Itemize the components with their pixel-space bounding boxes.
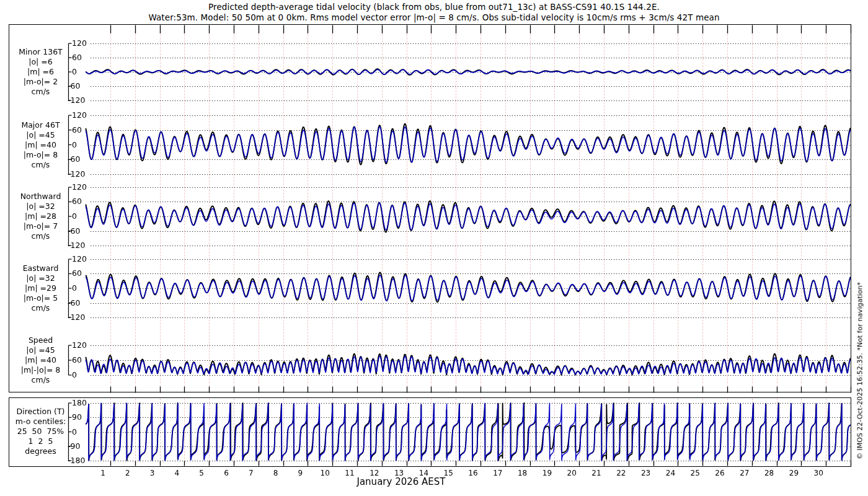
y-tick-label: 120 xyxy=(72,340,87,350)
x-tick-label-day: 17 xyxy=(490,469,506,477)
panel-label-line: |o| =32 xyxy=(0,273,81,283)
plot-title: Predicted depth-average tidal velocity (… xyxy=(0,2,868,12)
direction-panel-frame xyxy=(9,397,851,467)
y-tick-label: 0 xyxy=(72,211,77,221)
x-tick-label-day: 30 xyxy=(810,469,826,477)
y-tick-label: -90 xyxy=(68,441,80,451)
y-tick-label: 120 xyxy=(72,38,87,48)
panel-label-line: |o| =32 xyxy=(0,202,81,211)
x-tick-label-day: 5 xyxy=(193,469,210,477)
panel-label-speed: Speed|o| =45|m| =40|m|-|o|= 8cm/s xyxy=(0,335,81,385)
x-tick-label-day: 23 xyxy=(638,469,654,477)
y-tick-label: 0 xyxy=(72,370,77,380)
y-tick-label: 60 xyxy=(72,268,82,278)
x-tick-label-day: 9 xyxy=(292,469,308,477)
panel-label-line: 25 50 75% xyxy=(0,427,81,436)
panel-label-line: |m| =29 xyxy=(0,283,81,293)
x-tick-label-day: 22 xyxy=(613,469,629,477)
x-tick-label-day: 29 xyxy=(786,469,802,477)
panel-label-line: |o| =6 xyxy=(0,57,81,67)
y-tick-label: -120 xyxy=(68,241,85,250)
y-tick-label: 60 xyxy=(72,53,82,63)
panel-label-line: |o| =45 xyxy=(0,130,81,140)
y-tick-label: -60 xyxy=(68,154,80,164)
x-tick-label-day: 16 xyxy=(465,469,481,477)
x-tick-label-day: 6 xyxy=(218,469,234,477)
panel-label-line: |m|-|o|= 8 xyxy=(0,365,81,375)
y-tick-label: 120 xyxy=(72,254,87,264)
y-tick-label: 60 xyxy=(72,197,82,206)
y-tick-label: 180 xyxy=(72,398,87,408)
y-tick-label: 0 xyxy=(72,427,77,437)
x-tick-label-day: 11 xyxy=(342,469,358,477)
y-tick-label: 0 xyxy=(72,140,77,150)
y-tick-label: -60 xyxy=(68,226,80,236)
x-tick-label-day: 21 xyxy=(588,469,604,477)
y-tick-label: -180 xyxy=(68,456,85,466)
y-tick-label: -120 xyxy=(68,95,85,105)
panel-label-line: |m| =40 xyxy=(0,140,81,150)
x-tick-label-day: 7 xyxy=(243,469,259,477)
x-axis-title: January 2026 AEST xyxy=(357,476,446,487)
panel-label-line: m-o centiles: xyxy=(0,417,81,427)
y-tick-label: 60 xyxy=(72,355,82,365)
y-tick-label: 90 xyxy=(72,412,82,422)
x-tick-label-day: 8 xyxy=(268,469,284,477)
x-tick-label-day: 20 xyxy=(564,469,580,477)
x-tick-label-day: 19 xyxy=(539,469,555,477)
x-tick-label-day: 3 xyxy=(144,469,161,477)
y-tick-label: 60 xyxy=(72,125,82,135)
x-tick-label-day: 4 xyxy=(169,469,185,477)
panel-label-line: Minor 136T xyxy=(0,47,81,57)
panel-label-line: Speed xyxy=(0,335,81,345)
panel-label-line: |m| =40 xyxy=(0,355,81,365)
y-tick-label: 0 xyxy=(72,67,77,77)
x-tick-label-day: 26 xyxy=(712,469,728,477)
y-tick-label: 120 xyxy=(72,110,87,120)
tidal-velocity-plot-page: Predicted depth-average tidal velocity (… xyxy=(0,0,868,496)
x-tick-label-day: 10 xyxy=(317,469,333,477)
y-tick-label: -60 xyxy=(68,81,80,91)
x-tick-label-day: 1 xyxy=(95,469,111,477)
x-tick-label-day: 2 xyxy=(120,469,136,477)
panel-label-line: |o| =45 xyxy=(0,345,81,355)
x-tick-label-day: 28 xyxy=(761,469,777,477)
y-tick-label: 120 xyxy=(72,182,87,192)
panel-label-line: |m| =28 xyxy=(0,211,81,221)
panel-label-line: Eastward xyxy=(0,264,81,273)
velocity-panels-frame xyxy=(9,24,851,392)
x-tick-label-day: 18 xyxy=(515,469,531,477)
y-tick-label: -120 xyxy=(68,169,85,179)
panel-label-line: |m| =6 xyxy=(0,67,81,77)
panel-label-line: cm/s xyxy=(0,375,81,385)
y-tick-label: -120 xyxy=(68,312,85,322)
panel-label-line: Major 46T xyxy=(0,120,81,130)
panel-label-line: Direction (T) xyxy=(0,407,81,417)
credit-watermark: © IMOS 22-Oct-2025 16:52:35. *Not for na… xyxy=(856,282,864,459)
y-tick-label: 0 xyxy=(72,283,77,293)
x-tick-label-day: 27 xyxy=(737,469,753,477)
x-tick-label-day: 24 xyxy=(662,469,678,477)
y-tick-label: -60 xyxy=(68,298,80,308)
panel-label-line: Northward xyxy=(0,192,81,202)
x-tick-label-day: 25 xyxy=(687,469,703,477)
plot-subtitle: Water:53m. Model: 50 50m at 0 0km. Rms m… xyxy=(0,12,868,22)
